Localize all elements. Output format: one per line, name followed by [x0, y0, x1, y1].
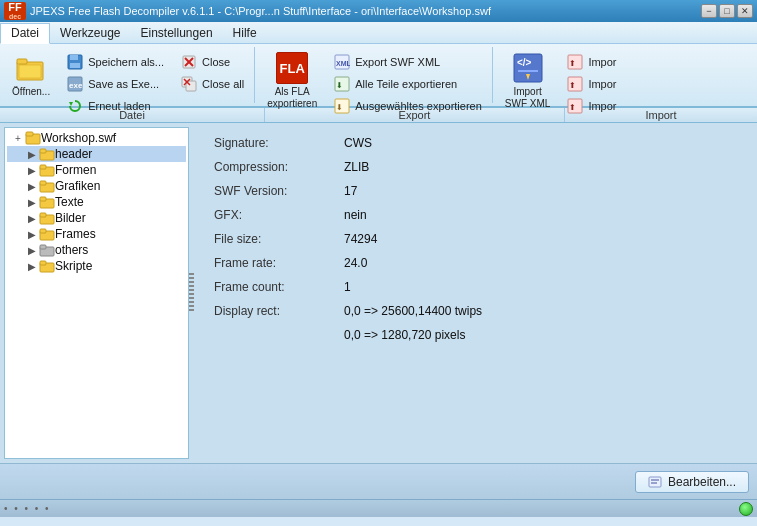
tree-node-texte[interactable]: ▶ Texte [7, 194, 186, 210]
title-bar-left: FF dec JPEXS Free Flash Decompiler v.6.1… [4, 2, 491, 20]
info-row-signature: Signature: CWS [214, 131, 737, 155]
close-label: Close [202, 56, 230, 68]
import-swf-xml-button[interactable]: </> ImportSWF XML [499, 49, 557, 113]
reload-icon [66, 97, 84, 115]
svg-text:XML: XML [336, 60, 350, 67]
toolbar-section-export: FLA Als FLAexportieren XML Export SWF XM… [257, 47, 493, 103]
impor2-button[interactable]: ⬆ Impor [560, 73, 622, 95]
close-button-tb[interactable]: Close [174, 51, 250, 73]
svg-rect-41 [40, 197, 46, 201]
content-panel: Signature: CWS Compression: ZLIB SWF Ver… [194, 123, 757, 463]
folder-formen-icon [39, 163, 55, 177]
folder-others-icon [39, 243, 55, 257]
impor1-icon: ⬆ [566, 53, 584, 71]
info-row-framecount: Frame count: 1 [214, 275, 737, 299]
menu-item-datei[interactable]: Datei [0, 23, 50, 44]
label-framecount: Frame count: [214, 280, 344, 294]
value-framecount: 1 [344, 280, 351, 294]
ausgewaehltes-button[interactable]: ⬇ Ausgewähltes exportieren [327, 95, 488, 117]
tree-node-header[interactable]: ▶ header [7, 146, 186, 162]
toolbar-section-import: </> ImportSWF XML ⬆ Impor ⬆ Impor [495, 47, 627, 103]
info-row-displayrect2: 0,0 => 1280,720 pixels [214, 323, 737, 347]
alle-teile-icon: ⬇ [333, 75, 351, 93]
tree-node-frames[interactable]: ▶ Frames [7, 226, 186, 242]
svg-text:</>: </> [517, 57, 532, 68]
close-all-label: Close all [202, 78, 244, 90]
impor1-button[interactable]: ⬆ Impor [560, 51, 622, 73]
info-row-displayrect1: Display rect: 0,0 => 25600,14400 twips [214, 299, 737, 323]
folder-open-icon [15, 52, 47, 84]
status-indicator [739, 502, 753, 516]
label-signature: Signature: [214, 136, 344, 150]
tree-node-skripte[interactable]: ▶ Skripte [7, 258, 186, 274]
menu-item-einstellungen[interactable]: Einstellungen [131, 22, 223, 43]
app-logo: FF dec [4, 2, 26, 20]
expand-bilder[interactable]: ▶ [25, 211, 39, 225]
menu-item-hilfe[interactable]: Hilfe [223, 22, 267, 43]
svg-rect-43 [40, 213, 46, 217]
toolbar-col-export: XML Export SWF XML ⬇ Alle Teile exportie… [327, 51, 488, 117]
close-x-icon [180, 53, 198, 71]
minimize-button[interactable]: − [701, 4, 717, 18]
svg-rect-4 [70, 55, 78, 60]
expand-formen[interactable]: ▶ [25, 163, 39, 177]
erneut-laden-label: Erneut laden [88, 100, 150, 112]
expand-header[interactable]: ▶ [25, 147, 39, 161]
svg-rect-37 [40, 165, 46, 169]
impor3-button[interactable]: ⬆ Impor [560, 95, 622, 117]
svg-rect-5 [70, 63, 80, 68]
import-icon: </> [512, 52, 544, 84]
value-gfx: nein [344, 208, 367, 222]
save-as-exe-button[interactable]: exe Save as Exe... [60, 73, 170, 95]
toolbar-col-datei: Speichern als... exe Save as Exe... Erne… [60, 51, 170, 117]
tree-node-formen[interactable]: ▶ Formen [7, 162, 186, 178]
folder-skripte-icon [39, 259, 55, 273]
label-framerate: Frame rate: [214, 256, 344, 270]
main-area: + Workshop.swf ▶ header ▶ Formen ▶ [0, 123, 757, 463]
folder-texte-icon [39, 195, 55, 209]
svg-text:⬆: ⬆ [569, 81, 576, 90]
speichern-als-button[interactable]: Speichern als... [60, 51, 170, 73]
tree-node-bilder[interactable]: ▶ Bilder [7, 210, 186, 226]
tree-node-grafiken[interactable]: ▶ Grafiken [7, 178, 186, 194]
ausgewaehltes-icon: ⬇ [333, 97, 351, 115]
import-swf-xml-label: ImportSWF XML [505, 86, 551, 110]
value-displayrect2: 0,0 => 1280,720 pixels [344, 328, 465, 342]
maximize-button[interactable]: □ [719, 4, 735, 18]
expand-skripte[interactable]: ▶ [25, 259, 39, 273]
svg-text:⬆: ⬆ [569, 59, 576, 68]
tree-node-others[interactable]: ▶ others [7, 242, 186, 258]
als-fla-button[interactable]: FLA Als FLAexportieren [261, 49, 323, 113]
info-row-swfversion: SWF Version: 17 [214, 179, 737, 203]
tree-skripte-label: Skripte [55, 259, 92, 273]
value-framerate: 24.0 [344, 256, 367, 270]
svg-rect-39 [40, 181, 46, 185]
oeffnen-button[interactable]: Öffnen... [6, 49, 56, 100]
tree-node-root[interactable]: + Workshop.swf [7, 130, 186, 146]
als-fla-label: Als FLAexportieren [267, 86, 317, 110]
expand-root[interactable]: + [11, 131, 25, 145]
svg-rect-33 [26, 132, 33, 136]
expand-grafiken[interactable]: ▶ [25, 179, 39, 193]
alle-teile-button[interactable]: ⬇ Alle Teile exportieren [327, 73, 488, 95]
expand-frames[interactable]: ▶ [25, 227, 39, 241]
export-swf-xml-label: Export SWF XML [355, 56, 440, 68]
close-button[interactable]: ✕ [737, 4, 753, 18]
folder-grafiken-icon [39, 179, 55, 193]
toolbar-col-import: ⬆ Impor ⬆ Impor ⬆ Impor [560, 51, 622, 117]
bearbeiten-button[interactable]: Bearbeiten... [635, 471, 749, 493]
close-all-button[interactable]: Close all [174, 73, 250, 95]
status-dots: • • • • • [4, 503, 51, 514]
expand-others[interactable]: ▶ [25, 243, 39, 257]
menu-item-werkzeuge[interactable]: Werkzeuge [50, 22, 130, 43]
bottom-bar: Bearbeiten... [0, 463, 757, 499]
erneut-laden-button[interactable]: Erneut laden [60, 95, 170, 117]
edit-icon [648, 475, 664, 489]
label-displayrect: Display rect: [214, 304, 344, 318]
toolbar-section-datei: Öffnen... Speichern als... exe Save as E… [2, 47, 255, 103]
impor3-label: Impor [588, 100, 616, 112]
export-swf-xml-button[interactable]: XML Export SWF XML [327, 51, 488, 73]
expand-texte[interactable]: ▶ [25, 195, 39, 209]
tree-panel[interactable]: + Workshop.swf ▶ header ▶ Formen ▶ [4, 127, 189, 459]
value-filesize: 74294 [344, 232, 377, 246]
